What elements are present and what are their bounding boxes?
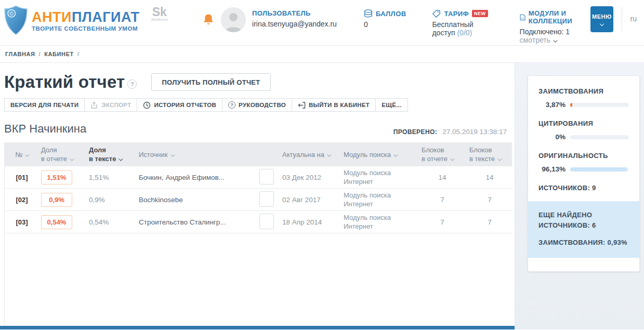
col-blocks-text-line2: в тексте xyxy=(469,155,495,163)
col-share-text[interactable]: Доляв тексте xyxy=(85,142,135,166)
checked-info: ПРОВЕРЕНО: 27.05.2019 13:38:17 xyxy=(393,128,507,136)
shield-logo-icon: © xyxy=(4,5,28,35)
col-actual[interactable]: Актуальна на xyxy=(278,142,339,166)
stat-citations-track xyxy=(570,135,629,139)
menu-button[interactable]: МЕНЮ xyxy=(590,6,613,32)
report-history-label: ИСТОРИЯ ОТЧЕТОВ xyxy=(154,102,216,108)
row-source-link[interactable]: Bochkinosebe xyxy=(135,189,255,211)
col-module[interactable]: Модуль поиска xyxy=(339,142,417,166)
breadcrumb-separator: / xyxy=(77,51,80,57)
points-label-text: БАЛЛОВ xyxy=(376,10,406,18)
print-version-label: ВЕРСИЯ ДЛЯ ПЕЧАТИ xyxy=(10,102,78,108)
col-module-label: Модуль поиска xyxy=(344,151,391,159)
col-blocks-text[interactable]: Блоковв тексте xyxy=(465,142,512,166)
share-report-badge[interactable]: 1,51% xyxy=(41,170,72,184)
row-checkbox-cell xyxy=(255,189,278,211)
col-share-report-line2: в отчете xyxy=(41,155,67,163)
title-help-icon[interactable]: ? xyxy=(127,80,137,89)
language-switcher[interactable]: ru xyxy=(630,15,637,23)
guide-button[interactable]: ? РУКОВОДСТВО xyxy=(222,98,292,112)
user-block: ПОЛЬЗОВАТЕЛЬ irina.tsenyuga@yandex.ru xyxy=(252,9,337,28)
checked-datetime: 27.05.2019 13:38:17 xyxy=(442,128,507,136)
row-module: Модуль поиска Интернет xyxy=(339,189,417,211)
stat-originality-label: ОРИГИНАЛЬНОСТЬ xyxy=(538,152,629,160)
copyright-glyph: © xyxy=(10,11,14,17)
full-report-button[interactable]: ПОЛУЧИТЬ ПОЛНЫЙ ОТЧЕТ xyxy=(151,73,270,91)
report-toolbar: ВЕРСИЯ ДЛЯ ПЕЧАТИ ЭКСПОРТ ИСТОРИЯ ОТЧЕТО… xyxy=(4,98,515,112)
source-row: [01] 1,51% 1,51% Бочкин, Андрей Ефимов..… xyxy=(5,166,512,189)
document-icon xyxy=(520,13,525,22)
user-label[interactable]: ПОЛЬЗОВАТЕЛЬ xyxy=(252,9,337,17)
stat-citations-label: ЦИТИРОВАНИЯ xyxy=(538,120,629,127)
notifications-bell-icon[interactable] xyxy=(203,14,214,28)
sort-icon xyxy=(70,156,74,161)
user-label-text: ПОЛЬЗОВАТЕЛЬ xyxy=(252,9,311,17)
avatar[interactable] xyxy=(221,7,246,32)
print-version-button[interactable]: ВЕРСИЯ ДЛЯ ПЕЧАТИ xyxy=(4,98,85,112)
stat-borrowings-track xyxy=(570,103,629,107)
report-summary-panel: ЗАИМСТВОВАНИЯ 3,87% ЦИТИРОВАНИЯ 0% ОРИГИ… xyxy=(515,63,644,329)
tariff-label[interactable]: ТАРИФ NEW xyxy=(432,9,494,18)
help-icon: ? xyxy=(228,101,235,109)
col-blocks-report-line1: Блоков xyxy=(422,146,463,154)
row-blocks-report: 7 xyxy=(417,189,465,211)
points-block: БАЛЛОВ 0 xyxy=(364,9,406,29)
col-share-report[interactable]: Доляв отчете xyxy=(37,142,85,166)
points-label[interactable]: БАЛЛОВ xyxy=(364,9,406,18)
col-source[interactable]: Источник xyxy=(135,142,255,166)
modules-label[interactable]: МОДУЛИ И КОЛЛЕКЦИИ xyxy=(520,9,591,25)
sort-icon xyxy=(327,152,331,156)
top-header: © АНТИПЛАГИАТ ТВОРИТЕ СОБСТВЕННЫМ УМОМ S… xyxy=(0,0,644,46)
exit-to-cabinet-button[interactable]: ВЫЙТИ В КАБИНЕТ xyxy=(292,98,376,112)
brand-first: АНТИ xyxy=(32,9,72,25)
report-history-button[interactable]: ИСТОРИЯ ОТЧЕТОВ xyxy=(137,98,222,112)
card-footer xyxy=(528,258,639,271)
breadcrumb-home[interactable]: ГЛАВНАЯ xyxy=(5,51,35,57)
antiplagiat-logo[interactable]: © АНТИПЛАГИАТ ТВОРИТЕ СОБСТВЕННЫМ УМОМ xyxy=(4,5,140,35)
row-share-report-cell: 0,54% xyxy=(37,211,85,233)
source-row: [02] 0,9% 0,9% Bochkinosebe 02 Авг 2017 … xyxy=(5,189,512,211)
more-button[interactable]: ЕЩЁ... xyxy=(375,98,408,112)
row-source-link[interactable]: Бочкин, Андрей Ефимов... xyxy=(135,166,255,189)
col-share-text-line1: Доля xyxy=(89,146,133,154)
export-label: ЭКСПОРТ xyxy=(101,102,131,108)
export-icon xyxy=(90,101,98,109)
skolkovo-label: Skolkovo xyxy=(151,18,168,21)
stat-borrowings: ЗАИМСТВОВАНИЯ 3,87% xyxy=(538,87,629,109)
exit-icon xyxy=(298,101,306,109)
modules-view-link[interactable]: смотреть xyxy=(520,36,550,44)
more-found-line1: ЕЩЕ НАЙДЕНО xyxy=(538,210,629,220)
share-report-badge[interactable]: 0,9% xyxy=(41,193,72,207)
report-main: Краткий отчет ? ПОЛУЧИТЬ ПОЛНЫЙ ОТЧЕТ ВЕ… xyxy=(0,63,515,329)
checked-label: ПРОВЕРЕНО: xyxy=(393,128,437,136)
row-num: [02] xyxy=(5,189,37,211)
row-blocks-report: 14 xyxy=(417,166,465,189)
row-checkbox[interactable] xyxy=(259,214,274,229)
col-num[interactable]: № xyxy=(5,142,37,166)
sort-icon xyxy=(119,156,123,161)
col-blocks-report[interactable]: Блоковв отчете xyxy=(417,142,465,166)
row-source-link[interactable]: Строительство Сталингр... xyxy=(135,211,255,233)
row-share-text: 0,9% xyxy=(85,189,135,211)
row-share-text: 0,54% xyxy=(85,211,135,233)
brand-second: ПЛАГИАТ xyxy=(72,9,140,25)
breadcrumb: ГЛАВНАЯ / КАБИНЕТ / xyxy=(0,46,644,63)
col-blocks-report-line2: в отчете xyxy=(422,155,448,163)
modules-connected-text: Подключено: 1 xyxy=(520,28,570,36)
export-button[interactable]: ЭКСПОРТ xyxy=(84,98,137,112)
breadcrumb-separator: / xyxy=(39,51,41,57)
row-share-text: 1,51% xyxy=(85,166,135,189)
modules-connected: Подключено: 1 смотреть xyxy=(520,28,591,44)
row-share-report-cell: 0,9% xyxy=(37,189,85,211)
chevron-down-icon[interactable] xyxy=(553,38,557,42)
breadcrumb-cabinet[interactable]: КАБИНЕТ xyxy=(44,51,74,57)
page-title: Краткий отчет xyxy=(4,72,125,92)
col-actual-label: Актуальна на xyxy=(282,151,324,159)
sort-icon xyxy=(450,156,454,161)
share-report-badge[interactable]: 0,54% xyxy=(41,215,72,229)
tariff-quota: (0/0) xyxy=(457,29,472,37)
row-checkbox[interactable] xyxy=(259,191,274,207)
row-checkbox[interactable] xyxy=(259,169,274,184)
person-silhouette-icon xyxy=(221,7,246,32)
row-actual-date: 02 Авг 2017 xyxy=(278,189,339,211)
